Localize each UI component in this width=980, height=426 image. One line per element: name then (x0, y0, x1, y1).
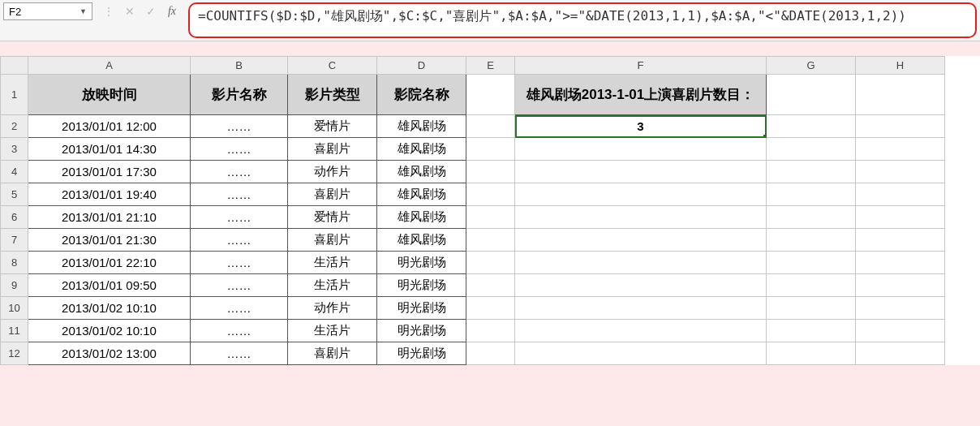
cell-H7[interactable] (856, 229, 945, 252)
cell-B8[interactable]: …… (191, 252, 288, 274)
cell-A2[interactable]: 2013/01/01 12:00 (28, 115, 191, 138)
column-header-C[interactable]: C (288, 57, 377, 75)
cell-H10[interactable] (856, 297, 945, 320)
cell-B9[interactable]: …… (191, 274, 288, 297)
cell-F4[interactable] (515, 161, 767, 183)
cell-E9[interactable] (466, 274, 515, 297)
row-header-7[interactable]: 7 (1, 229, 28, 252)
cell-C6[interactable]: 爱情片 (288, 206, 377, 229)
column-header-D[interactable]: D (377, 57, 466, 75)
row-header-5[interactable]: 5 (1, 183, 28, 206)
row-header-3[interactable]: 3 (1, 138, 28, 161)
row-header-11[interactable]: 11 (1, 320, 28, 342)
row-header-12[interactable]: 12 (1, 342, 28, 365)
cell-C9[interactable]: 生活片 (288, 274, 377, 297)
cell-F3[interactable] (515, 138, 767, 161)
cell-E4[interactable] (466, 161, 515, 183)
cell-A7[interactable]: 2013/01/01 21:30 (28, 229, 191, 252)
column-header-G[interactable]: G (767, 57, 856, 75)
cell-A5[interactable]: 2013/01/01 19:40 (28, 183, 191, 206)
cell-F12[interactable] (515, 342, 767, 365)
column-header-E[interactable]: E (466, 57, 515, 75)
cell-E12[interactable] (466, 342, 515, 365)
cell-F7[interactable] (515, 229, 767, 252)
cell-B2[interactable]: …… (191, 115, 288, 138)
cell-H9[interactable] (856, 274, 945, 297)
cell-E1[interactable] (466, 75, 515, 115)
cell-F5[interactable] (515, 183, 767, 206)
cell-C7[interactable]: 喜剧片 (288, 229, 377, 252)
cell-E11[interactable] (466, 320, 515, 342)
column-header-F[interactable]: F (515, 57, 767, 75)
cell-H6[interactable] (856, 206, 945, 229)
cell-G11[interactable] (767, 320, 856, 342)
fill-handle[interactable] (763, 135, 767, 138)
name-box[interactable]: F2 ▼ (3, 2, 92, 20)
cell-D6[interactable]: 雄风剧场 (377, 206, 466, 229)
confirm-formula-icon[interactable]: ✓ (144, 5, 157, 18)
cell-D8[interactable]: 明光剧场 (377, 252, 466, 274)
cell-H2[interactable] (856, 115, 945, 138)
cell-B5[interactable]: …… (191, 183, 288, 206)
cell-E2[interactable] (466, 115, 515, 138)
cell-B7[interactable]: …… (191, 229, 288, 252)
cell-G12[interactable] (767, 342, 856, 365)
cell-E5[interactable] (466, 183, 515, 206)
cell-A11[interactable]: 2013/01/02 10:10 (28, 320, 191, 342)
cell-C5[interactable]: 喜剧片 (288, 183, 377, 206)
cell-E6[interactable] (466, 206, 515, 229)
cell-A4[interactable]: 2013/01/01 17:30 (28, 161, 191, 183)
cell-F10[interactable] (515, 297, 767, 320)
cell-G7[interactable] (767, 229, 856, 252)
cell-H12[interactable] (856, 342, 945, 365)
select-all-corner[interactable] (1, 57, 28, 75)
cell-H1[interactable] (856, 75, 945, 115)
cell-D5[interactable]: 雄风剧场 (377, 183, 466, 206)
cell-F9[interactable] (515, 274, 767, 297)
cell-C12[interactable]: 喜剧片 (288, 342, 377, 365)
column-header-A[interactable]: A (28, 57, 191, 75)
cell-B10[interactable]: …… (191, 297, 288, 320)
cell-E8[interactable] (466, 252, 515, 274)
column-header-B[interactable]: B (191, 57, 288, 75)
header-cell-C[interactable]: 影片类型 (288, 75, 377, 115)
column-header-H[interactable]: H (856, 57, 945, 75)
cell-D9[interactable]: 明光剧场 (377, 274, 466, 297)
cell-B3[interactable]: …… (191, 138, 288, 161)
header-cell-A[interactable]: 放映时间 (28, 75, 191, 115)
cell-G2[interactable] (767, 115, 856, 138)
cell-A8[interactable]: 2013/01/01 22:10 (28, 252, 191, 274)
formula-input[interactable]: =COUNTIFS($D:$D,"雄风剧场",$C:$C,"喜剧片",$A:$A… (188, 2, 977, 38)
row-header-4[interactable]: 4 (1, 161, 28, 183)
cell-A3[interactable]: 2013/01/01 14:30 (28, 138, 191, 161)
cell-G3[interactable] (767, 138, 856, 161)
cell-A10[interactable]: 2013/01/02 10:10 (28, 297, 191, 320)
cell-G10[interactable] (767, 297, 856, 320)
spreadsheet-grid[interactable]: ABCDEFGH1放映时间影片名称影片类型影院名称雄风剧场2013-1-01上演… (0, 56, 980, 365)
header-cell-F[interactable]: 雄风剧场2013-1-01上演喜剧片数目： (515, 75, 767, 115)
row-header-1[interactable]: 1 (1, 75, 28, 115)
cell-F8[interactable] (515, 252, 767, 274)
cell-F2-selected[interactable]: 3 (515, 115, 767, 138)
cell-A6[interactable]: 2013/01/01 21:10 (28, 206, 191, 229)
cell-H8[interactable] (856, 252, 945, 274)
cell-B11[interactable]: …… (191, 320, 288, 342)
cell-D3[interactable]: 雄风剧场 (377, 138, 466, 161)
cancel-formula-icon[interactable]: ✕ (123, 5, 136, 18)
cell-C10[interactable]: 动作片 (288, 297, 377, 320)
row-header-9[interactable]: 9 (1, 274, 28, 297)
cell-E10[interactable] (466, 297, 515, 320)
cell-D10[interactable]: 明光剧场 (377, 297, 466, 320)
cell-G1[interactable] (767, 75, 856, 115)
cell-D11[interactable]: 明光剧场 (377, 320, 466, 342)
cell-C11[interactable]: 生活片 (288, 320, 377, 342)
cell-F11[interactable] (515, 320, 767, 342)
cell-H11[interactable] (856, 320, 945, 342)
cell-G6[interactable] (767, 206, 856, 229)
cell-H4[interactable] (856, 161, 945, 183)
cell-H5[interactable] (856, 183, 945, 206)
cell-C4[interactable]: 动作片 (288, 161, 377, 183)
cell-D12[interactable]: 明光剧场 (377, 342, 466, 365)
cell-C2[interactable]: 爱情片 (288, 115, 377, 138)
cell-H3[interactable] (856, 138, 945, 161)
